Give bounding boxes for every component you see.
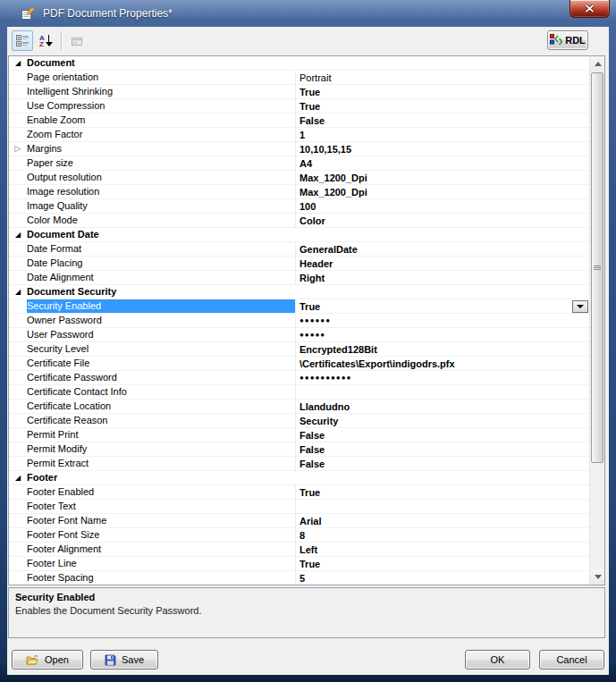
property-row[interactable]: Permit PrintFalse [9, 428, 589, 442]
property-row[interactable]: Use CompressionTrue [9, 99, 589, 114]
property-row[interactable]: Certificate File\Certificates\Export\ind… [9, 357, 589, 371]
ok-button[interactable]: OK [465, 650, 530, 669]
scroll-down-button[interactable] [590, 569, 605, 585]
property-value[interactable]: \Certificates\Export\indigodrs.pfx [295, 357, 589, 370]
property-row[interactable]: Footer AlignmentLeft [9, 543, 589, 557]
expand-icon[interactable]: ▷ [15, 145, 21, 153]
property-value[interactable]: Security [295, 414, 589, 427]
property-value[interactable]: ●●●●● [295, 328, 589, 341]
save-button[interactable]: Save [90, 650, 158, 669]
property-value[interactable]: 10,10,15,15 [295, 142, 589, 156]
close-button[interactable] [570, 0, 610, 18]
property-row[interactable]: Date FormatGeneralDate [9, 242, 589, 257]
property-row[interactable]: Page orientationPortrait [9, 71, 589, 85]
property-row[interactable]: Intelligent ShrinkingTrue [9, 85, 589, 99]
property-row[interactable]: Footer Spacing5 [9, 571, 589, 585]
property-row[interactable]: Image Quality100 [9, 199, 589, 214]
property-value[interactable]: 1 [295, 128, 589, 141]
property-value[interactable]: True [295, 485, 589, 499]
property-value[interactable]: False [295, 457, 589, 470]
category-collapse-icon[interactable]: ◢ [15, 289, 21, 296]
property-value[interactable]: GeneralDate [295, 242, 589, 256]
property-row[interactable]: Date PlacingHeader [9, 257, 589, 271]
property-label: Owner Password [27, 314, 295, 327]
property-row[interactable]: Color ModeColor [9, 214, 589, 228]
property-value[interactable]: Left [295, 543, 589, 556]
property-value-text: Header [300, 258, 333, 269]
open-button[interactable]: Open [12, 650, 83, 669]
scroll-up-button[interactable] [590, 56, 605, 72]
property-pages-button[interactable] [66, 30, 88, 51]
category-row[interactable]: ◢Document Security [9, 285, 589, 299]
property-row[interactable]: Certificate LocationLlandudno [9, 400, 589, 414]
property-value[interactable]: Max_1200_Dpi [295, 171, 589, 184]
property-value-text: True [300, 487, 320, 498]
cancel-button[interactable]: Cancel [539, 650, 604, 669]
categorized-button[interactable] [12, 30, 33, 51]
property-row[interactable]: Date AlignmentRight [9, 271, 589, 285]
property-row[interactable]: Footer Text [9, 500, 589, 514]
scrollbar-thumb[interactable] [591, 72, 603, 463]
category-row[interactable]: ◢Footer [9, 471, 589, 485]
property-value[interactable]: 100 [295, 199, 589, 213]
property-row[interactable]: Permit ExtractFalse [9, 457, 589, 471]
alphabetical-sort-button[interactable]: A Z [35, 30, 56, 51]
category-collapse-icon[interactable]: ◢ [15, 60, 21, 67]
property-value[interactable]: True [295, 99, 589, 113]
property-row[interactable]: Owner Password●●●●●● [9, 314, 589, 328]
property-value[interactable] [295, 500, 589, 513]
category-row[interactable]: ◢Document [9, 56, 589, 71]
property-row[interactable]: Zoom Factor1 [9, 128, 589, 142]
property-row[interactable]: User Password●●●●● [9, 328, 589, 342]
property-value-text: Arial [300, 516, 321, 526]
property-value[interactable]: Header [295, 257, 589, 270]
property-row[interactable]: Footer Font Size8 [9, 528, 589, 543]
property-value[interactable]: ●●●●●●●●●● [295, 371, 589, 384]
category-collapse-icon[interactable]: ◢ [15, 232, 21, 239]
row-indent [9, 500, 27, 513]
rdl-icon [550, 34, 562, 46]
property-row[interactable]: Permit ModifyFalse [9, 442, 589, 457]
property-row[interactable]: Certificate Contact Info [9, 385, 589, 400]
property-value[interactable]: Color [295, 214, 589, 227]
property-row[interactable]: Image resolutionMax_1200_Dpi [9, 185, 589, 199]
property-value[interactable]: False [295, 428, 589, 442]
property-value[interactable] [295, 385, 589, 399]
value-dropdown-button[interactable] [572, 300, 588, 313]
property-value-text: \Certificates\Export\indigodrs.pfx [300, 358, 455, 369]
properties-icon [21, 6, 35, 21]
property-value[interactable]: Llandudno [295, 400, 589, 413]
property-value[interactable]: True [295, 299, 589, 313]
property-row[interactable]: Paper sizeA4 [9, 156, 589, 171]
property-row[interactable]: Footer EnabledTrue [9, 485, 589, 500]
property-value[interactable]: 8 [295, 528, 589, 542]
property-value[interactable]: Arial [295, 514, 589, 527]
property-row[interactable]: Output resolutionMax_1200_Dpi [9, 171, 589, 185]
property-value[interactable]: True [295, 557, 589, 570]
property-row[interactable]: Footer Font NameArial [9, 514, 589, 528]
property-row[interactable]: Security LevelEncrypted128Bit [9, 342, 589, 357]
category-collapse-icon[interactable]: ◢ [15, 475, 21, 482]
property-row[interactable]: Footer LineTrue [9, 557, 589, 571]
property-value[interactable]: False [295, 114, 589, 127]
property-value[interactable]: Encrypted128Bit [295, 342, 589, 356]
property-value-text: Llandudno [300, 401, 350, 412]
vertical-scrollbar[interactable] [589, 56, 604, 585]
property-row[interactable]: Enable ZoomFalse [9, 114, 589, 128]
property-value[interactable]: False [295, 442, 589, 456]
category-row[interactable]: ◢Document Date [9, 228, 589, 242]
property-value[interactable]: Portrait [295, 71, 589, 84]
property-row[interactable]: Certificate ReasonSecurity [9, 414, 589, 428]
property-value[interactable]: 5 [295, 571, 589, 585]
title-bar[interactable]: PDF Document Properties* [0, 0, 616, 27]
rdl-button[interactable]: RDL [547, 30, 588, 50]
property-value[interactable]: ●●●●●● [295, 314, 589, 327]
property-value[interactable]: Max_1200_Dpi [295, 185, 589, 198]
property-row[interactable]: Security EnabledTrue [9, 299, 589, 314]
property-row[interactable]: ▷Margins10,10,15,15 [9, 142, 589, 156]
property-value[interactable]: A4 [295, 156, 589, 170]
property-row[interactable]: Certificate Password●●●●●●●●●● [9, 371, 589, 385]
property-value[interactable]: True [295, 85, 589, 98]
row-indent [9, 257, 27, 270]
property-value[interactable]: Right [295, 271, 589, 284]
